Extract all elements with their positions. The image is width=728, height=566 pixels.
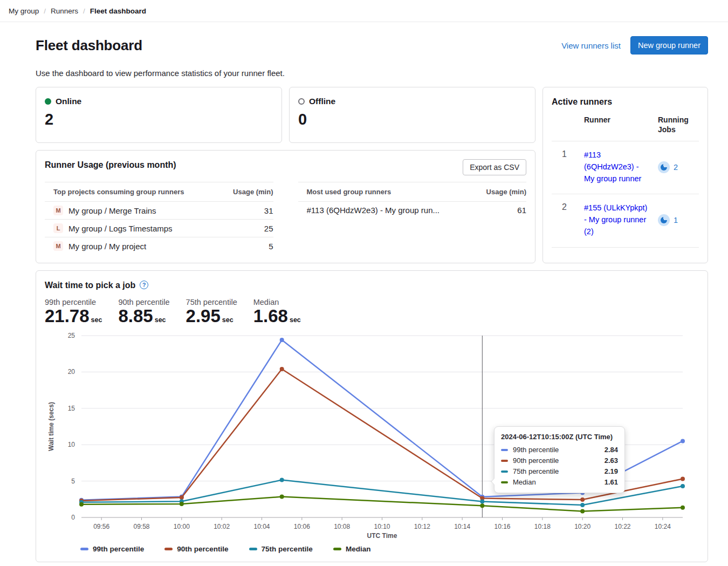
legend-item-90th-percentile[interactable]: 90th percentile (164, 545, 228, 553)
online-status-icon (45, 98, 51, 105)
most-used-runners-table: Most used group runners Usage (min) #113… (298, 182, 527, 255)
project-usage-value: 25 (264, 224, 273, 233)
runner-link[interactable]: #113 (6QHdzW2e3) - My group runner (584, 149, 658, 185)
running-jobs-progress-icon (658, 214, 670, 226)
wait-time-chart: 051015202509:5609:5810:0010:0210:0410:06… (45, 328, 699, 544)
tooltip-title: 2024-06-12T10:15:00Z (UTC Time) (501, 433, 618, 441)
breadcrumb-current: Fleet dashboard (90, 7, 146, 15)
project-name: My group / Merge Trains (68, 206, 258, 215)
new-group-runner-button[interactable]: New group runner (630, 36, 708, 54)
main-content: Fleet dashboard View runners list New gr… (0, 22, 728, 566)
svg-text:10:10: 10:10 (374, 523, 390, 530)
offline-label: Offline (309, 97, 335, 106)
series-dash-icon (501, 460, 508, 462)
offline-count: 0 (298, 111, 526, 128)
table-row: L My group / Logs Timestamps 25 (45, 220, 273, 237)
page-title: Fleet dashboard (36, 37, 142, 54)
svg-text:09:58: 09:58 (133, 523, 149, 530)
svg-text:25: 25 (68, 332, 75, 339)
runner-rank: 2 (552, 202, 584, 212)
stat-90th: 90th percentile 8.85sec (118, 298, 169, 326)
tooltip-row: 99th percentile 2.84 (501, 446, 618, 454)
status-cards-row: Online 2 Offline 0 (36, 87, 535, 143)
svg-text:0: 0 (71, 514, 75, 521)
export-csv-button[interactable]: Export as CSV (463, 159, 526, 175)
project-avatar: L (53, 223, 63, 233)
table-row: 2 #155 (ULkKYpkpt) - My group runner (2)… (552, 194, 699, 247)
view-runners-list-link[interactable]: View runners list (561, 41, 621, 50)
svg-text:10: 10 (68, 441, 75, 448)
offline-status-icon (298, 98, 305, 105)
offline-card: Offline 0 (289, 87, 535, 143)
page-header: Fleet dashboard View runners list New gr… (36, 36, 708, 54)
header-actions: View runners list New group runner (561, 36, 708, 54)
svg-text:20: 20 (68, 369, 75, 376)
series-dash-icon (501, 481, 508, 483)
wait-time-card: Wait time to pick a job ? 99th percentil… (36, 270, 708, 562)
svg-text:10:08: 10:08 (334, 523, 350, 530)
legend-item-75th-percentile[interactable]: 75th percentile (249, 545, 313, 553)
tooltip-row: 75th percentile 2.19 (501, 467, 618, 475)
project-avatar: M (53, 206, 63, 215)
svg-text:10:02: 10:02 (214, 523, 230, 530)
table-row: #113 (6QHdzW2e3) - My group run... 61 (298, 202, 527, 219)
left-column: Online 2 Offline 0 Runner Usage (previou… (36, 87, 535, 263)
online-label: Online (56, 97, 81, 106)
svg-text:Wait time (secs): Wait time (secs) (47, 402, 55, 451)
runner-usage-title: Runner Usage (previous month) (45, 160, 176, 170)
legend-item-99th-percentile[interactable]: 99th percentile (80, 545, 144, 553)
chart-tooltip: 2024-06-12T10:15:00Z (UTC Time) 99th per… (494, 426, 625, 493)
active-runners-table: Runner Running Jobs 1 #113 (6QHdzW2e3) -… (552, 107, 699, 248)
svg-text:10:18: 10:18 (534, 523, 551, 530)
running-jobs-progress-icon (658, 161, 670, 173)
legend-item-median[interactable]: Median (333, 545, 371, 553)
stat-75th: 75th percentile 2.95sec (186, 298, 237, 326)
runner-usage-value: 61 (517, 206, 526, 215)
table-row: M My group / Merge Trains 31 (45, 202, 273, 220)
dashboard-grid: Online 2 Offline 0 Runner Usage (previou… (36, 87, 708, 263)
active-runners-card: Active runners Runner Running Jobs 1 #11… (542, 87, 708, 263)
svg-text:10:24: 10:24 (655, 523, 671, 530)
breadcrumb-link-runners[interactable]: Runners (51, 7, 78, 15)
runner-name: #113 (6QHdzW2e3) - My group run... (307, 206, 511, 215)
project-name: My group / My project (68, 242, 262, 251)
runner-link[interactable]: #155 (ULkKYpkpt) - My group runner (2) (584, 202, 658, 237)
project-name: My group / Logs Timestamps (68, 224, 258, 233)
svg-text:10:12: 10:12 (414, 523, 430, 530)
chart-legend: 99th percentile90th percentile75th perce… (80, 545, 699, 553)
svg-text:5: 5 (71, 478, 75, 485)
most-used-runners-col-header: Most used group runners (307, 188, 392, 196)
breadcrumb-link-group[interactable]: My group (9, 7, 39, 15)
top-projects-usage-header: Usage (min) (233, 188, 273, 196)
stat-median: Median 1.68sec (253, 298, 301, 326)
legend-dash-icon (164, 548, 173, 550)
top-projects-table: Top projects consuming group runners Usa… (45, 182, 273, 255)
running-jobs-column-header: Running Jobs (658, 115, 699, 134)
runner-rank: 1 (552, 149, 584, 159)
table-row: M My group / My project 5 (45, 237, 273, 255)
running-jobs-count-link[interactable]: 1 (674, 216, 678, 224)
svg-text:10:06: 10:06 (294, 523, 310, 530)
runner-column-header: Runner (584, 115, 658, 134)
breadcrumb-separator: / (83, 7, 85, 15)
runner-usage-card: Runner Usage (previous month) Export as … (36, 150, 535, 263)
svg-text:10:20: 10:20 (574, 523, 590, 530)
running-jobs-count-link[interactable]: 2 (674, 163, 678, 172)
series-dash-icon (501, 449, 508, 451)
active-runners-title: Active runners (552, 97, 699, 107)
wait-time-title: Wait time to pick a job (45, 281, 135, 290)
svg-text:10:04: 10:04 (253, 523, 270, 530)
top-projects-col-header: Top projects consuming group runners (53, 188, 184, 196)
svg-text:10:22: 10:22 (614, 523, 630, 530)
project-usage-value: 31 (264, 206, 273, 215)
legend-dash-icon (249, 548, 257, 550)
series-dash-icon (501, 470, 508, 473)
svg-text:10:16: 10:16 (494, 523, 510, 530)
most-used-usage-header: Usage (min) (486, 188, 526, 196)
svg-text:10:00: 10:00 (174, 523, 190, 530)
legend-dash-icon (80, 548, 88, 550)
project-usage-value: 5 (269, 242, 273, 251)
wait-time-stats: 99th percentile 21.78sec 90th percentile… (45, 298, 699, 326)
help-icon[interactable]: ? (140, 281, 148, 289)
tooltip-row: Median 1.61 (501, 478, 618, 486)
